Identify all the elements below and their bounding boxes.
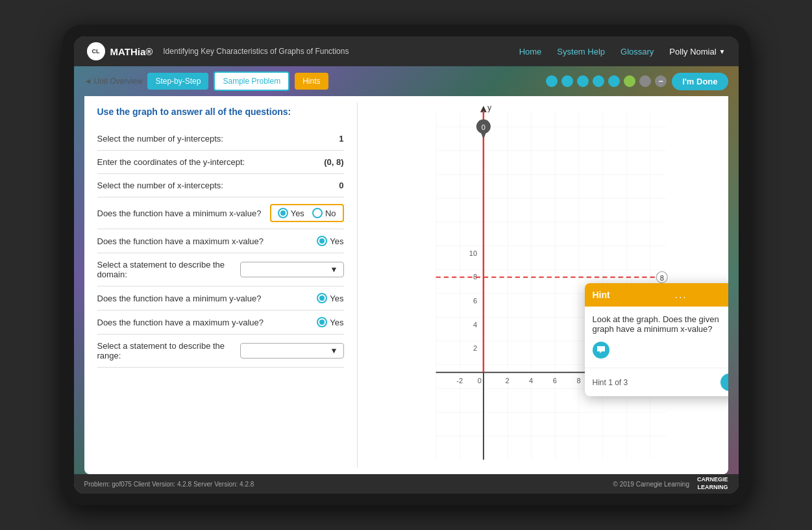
sample-problem-button[interactable]: Sample Problem xyxy=(214,71,289,91)
progress-dots: − xyxy=(546,75,667,87)
app-logo: CL xyxy=(87,42,105,60)
chat-icon-svg xyxy=(597,346,606,355)
progress-dot-7 xyxy=(639,75,651,87)
footer-right: © 2019 Carnegie Learning CARNEGIE LEARNI… xyxy=(613,476,728,491)
user-menu[interactable]: Polly Nomial ▼ xyxy=(669,47,725,57)
question-row-xintercept-count: Select the number of x-intercepts: 0 xyxy=(97,174,344,197)
q-label-2: Enter the coordinates of the y-intercept… xyxy=(97,157,305,167)
main-content: Use the graph to answer all of the quest… xyxy=(84,96,728,474)
hint-chat-icon xyxy=(593,342,609,359)
top-nav: CL MATHia® Identifying Key Characteristi… xyxy=(74,36,739,66)
radio-yes-min-y[interactable]: Yes xyxy=(317,293,343,303)
q-answer-3: 0 xyxy=(305,181,344,190)
q-answer-1: 1 xyxy=(305,134,344,144)
radio-group-max-y: Yes xyxy=(317,317,343,327)
progress-dot-8: − xyxy=(655,75,667,87)
next-button[interactable]: Next xyxy=(720,373,728,391)
svg-text:8: 8 xyxy=(576,377,580,385)
dropdown-arrow: ▼ xyxy=(330,265,338,274)
question-row-yintercept-count: Select the number of y-intercepts: 1 xyxy=(97,127,344,151)
hint-text: Look at the graph. Does the given graph … xyxy=(593,314,722,334)
tablet: CL MATHia® Identifying Key Characteristi… xyxy=(62,25,750,505)
progress-dot-4 xyxy=(593,75,604,87)
nav-links: Home System Help Glossary Polly Nomial ▼ xyxy=(519,47,726,57)
main-panel: Use the graph to answer all of the quest… xyxy=(84,96,728,474)
step-by-step-button[interactable]: Step-by-Step xyxy=(147,73,208,90)
q-label-9: Select a statement to describe the range… xyxy=(97,341,240,360)
system-help-link[interactable]: System Help xyxy=(557,47,605,57)
svg-text:8: 8 xyxy=(659,274,663,282)
radio-btn-yes-min-y xyxy=(317,293,327,303)
footer: Problem: gof075 Client Version: 4.2.8 Se… xyxy=(74,474,739,494)
q-label-1: Select the number of y-intercepts: xyxy=(97,134,305,144)
q-answer-2: (0, 8) xyxy=(305,157,344,167)
q-label-7: Does the function have a minimum y-value… xyxy=(97,294,317,303)
svg-text:6: 6 xyxy=(473,297,476,305)
radio-group-min-y: Yes xyxy=(317,293,343,303)
question-heading: Use the graph to answer all of the quest… xyxy=(97,107,344,117)
svg-text:2: 2 xyxy=(473,344,476,352)
question-row-yintercept-coords: Enter the coordinates of the y-intercept… xyxy=(97,151,344,174)
radio-btn-yes-max xyxy=(317,236,327,246)
carnegie-logo: CARNEGIE LEARNING xyxy=(697,476,728,491)
svg-text:6: 6 xyxy=(552,377,556,385)
radio-yes-min-x[interactable]: Yes xyxy=(278,208,304,218)
footer-copyright: © 2019 Carnegie Learning xyxy=(613,481,689,488)
progress-dot-1 xyxy=(546,75,558,87)
questions-panel: Use the graph to answer all of the quest… xyxy=(84,96,357,474)
svg-text:10: 10 xyxy=(469,249,476,257)
app-subtitle: Identifying Key Characteristics of Graph… xyxy=(163,47,519,56)
radio-btn-yes xyxy=(278,208,288,218)
graph-panel: x y 0 2 4 6 8 10 2 4 xyxy=(358,96,728,474)
radio-no-min-x[interactable]: No xyxy=(312,208,336,218)
dropdown-arrow-2: ▼ xyxy=(330,346,338,355)
domain-select[interactable]: ▼ xyxy=(240,262,344,277)
radio-yes-max-x[interactable]: Yes xyxy=(317,236,343,246)
radio-yes-max-y[interactable]: Yes xyxy=(317,317,343,327)
svg-text:0: 0 xyxy=(481,123,485,131)
toolbar: ◄ Unit Overview Step-by-Step Sample Prob… xyxy=(74,66,739,96)
hints-button[interactable]: Hints xyxy=(295,73,328,90)
q-label-8: Does the function have a maximum y-value… xyxy=(97,318,317,327)
svg-text:0: 0 xyxy=(477,377,481,385)
home-link[interactable]: Home xyxy=(519,47,542,57)
yes-label: Yes xyxy=(291,208,304,218)
question-row-min-y: Does the function have a minimum y-value… xyxy=(97,286,344,310)
progress-dot-3 xyxy=(577,75,589,87)
glossary-link[interactable]: Glossary xyxy=(621,47,654,57)
hint-header: Hint ... ✕ xyxy=(585,283,728,307)
app-title: MATHia® xyxy=(110,46,153,57)
progress-dot-6 xyxy=(624,75,635,87)
progress-dot-5 xyxy=(608,75,620,87)
hint-footer: Hint 1 of 3 Next xyxy=(585,368,728,396)
im-done-button[interactable]: I'm Done xyxy=(672,73,728,90)
hint-count: Hint 1 of 3 xyxy=(593,378,628,387)
svg-text:y: y xyxy=(487,103,491,112)
yes-no-min-x: Yes No xyxy=(270,204,344,222)
hint-popup: Hint ... ✕ Look at the graph. Does the g… xyxy=(585,283,728,396)
hint-body: Look at the graph. Does the given graph … xyxy=(585,307,728,368)
radio-group-max-x: Yes xyxy=(317,236,343,246)
q-label-5: Does the function have a maximum x-value… xyxy=(97,236,317,246)
range-select[interactable]: ▼ xyxy=(240,343,344,359)
question-row-min-x: Does the function have a minimum x-value… xyxy=(97,197,344,229)
hint-title: Hint xyxy=(593,290,610,300)
svg-text:4: 4 xyxy=(529,377,533,385)
svg-text:-2: -2 xyxy=(456,377,463,385)
tablet-screen: CL MATHia® Identifying Key Characteristi… xyxy=(74,36,739,494)
svg-text:4: 4 xyxy=(473,321,476,329)
question-row-max-x: Does the function have a maximum x-value… xyxy=(97,229,344,253)
user-menu-arrow: ▼ xyxy=(719,48,726,55)
question-row-max-y: Does the function have a maximum y-value… xyxy=(97,310,344,334)
q-label-6: Select a statement to describe the domai… xyxy=(97,260,240,279)
radio-btn-no xyxy=(312,208,323,218)
content-area: ◄ Unit Overview Step-by-Step Sample Prob… xyxy=(74,66,739,494)
no-label: No xyxy=(325,208,336,218)
svg-text:2: 2 xyxy=(505,377,509,385)
question-row-range: Select a statement to describe the range… xyxy=(97,334,344,368)
footer-problem-info: Problem: gof075 Client Version: 4.2.8 Se… xyxy=(84,481,254,488)
progress-dot-2 xyxy=(561,75,573,87)
q-label-4: Does the function have a minimum x-value… xyxy=(97,208,270,218)
unit-overview-link[interactable]: ◄ Unit Overview xyxy=(84,77,143,86)
question-row-domain: Select a statement to describe the domai… xyxy=(97,253,344,286)
